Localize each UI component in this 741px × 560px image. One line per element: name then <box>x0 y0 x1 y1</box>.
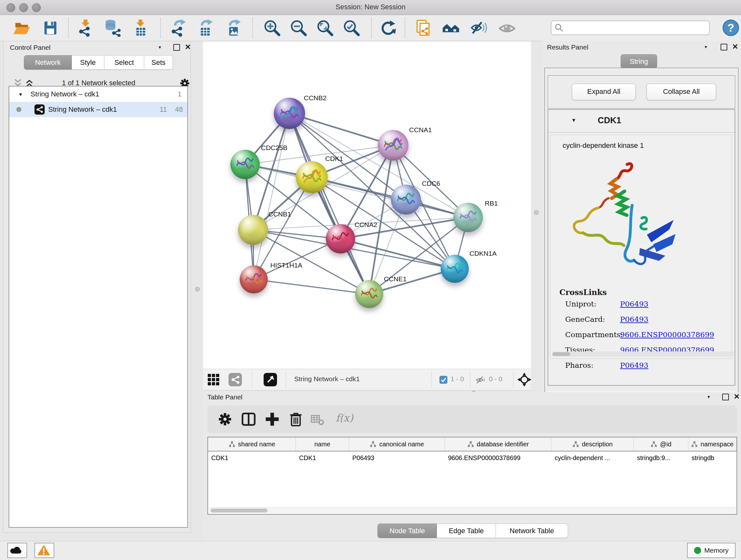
tab-network[interactable]: Network <box>24 55 72 70</box>
network-edge[interactable] <box>289 113 393 145</box>
network-node-cdk1[interactable] <box>296 161 328 193</box>
column-header--id[interactable]: @id <box>634 437 688 451</box>
tab-sets[interactable]: Sets <box>144 55 173 70</box>
grid-view-icon[interactable] <box>207 373 220 386</box>
node-label-ccna1: CCNA1 <box>409 126 432 134</box>
help-icon[interactable]: ? <box>722 19 740 37</box>
tab-string[interactable]: String <box>621 54 657 69</box>
show-icon[interactable] <box>498 19 516 37</box>
network-node-ccnb1[interactable] <box>238 215 268 245</box>
warning-status-button[interactable] <box>35 543 54 558</box>
table-options-gear-icon[interactable] <box>216 411 233 428</box>
section-collapse-arrow-icon[interactable]: ▼ <box>571 118 576 123</box>
network-node-ccnb2[interactable] <box>274 98 305 129</box>
column-header-namespace[interactable]: namespace <box>688 437 737 451</box>
network-node-ccna2[interactable] <box>326 224 355 253</box>
results-panel-close-icon[interactable]: ✕ <box>732 43 738 51</box>
string-results-card: Expand All Collapse All ▼ CDK1 cyclin-de… <box>544 68 738 393</box>
crosslinks-title: CrossLinks <box>559 288 607 297</box>
birds-eye-view-icon[interactable] <box>264 373 277 386</box>
collapse-all-button[interactable]: Collapse All <box>647 84 716 100</box>
control-panel-float-icon[interactable]: ▾ <box>158 44 161 50</box>
search-icon <box>555 23 563 32</box>
results-panel-float-icon[interactable]: ▾ <box>704 44 707 50</box>
fit-selected-crosshair-icon[interactable] <box>517 372 532 387</box>
refresh-icon[interactable] <box>379 19 397 37</box>
tab-node-table[interactable]: Node Table <box>378 523 437 538</box>
network-node-cdc6[interactable] <box>391 185 421 214</box>
network-tree-root-row[interactable]: ▼ String Network – cdk1 1 <box>9 86 187 102</box>
create-column-icon[interactable] <box>264 411 281 428</box>
network-node-cdkn1a[interactable] <box>441 255 469 283</box>
zoom-selected-icon[interactable] <box>342 19 360 37</box>
table-panel-undock-icon[interactable] <box>722 394 729 400</box>
export-table-icon[interactable] <box>196 19 214 37</box>
table-panel-close-icon[interactable]: ✕ <box>734 393 740 400</box>
save-session-icon[interactable] <box>42 19 59 37</box>
current-network-title: String Network – cdk1 <box>294 375 360 383</box>
network-edge[interactable] <box>312 177 468 217</box>
table-hscrollbar[interactable] <box>209 507 736 513</box>
open-session-icon[interactable] <box>13 19 30 37</box>
export-image-icon[interactable] <box>224 19 242 37</box>
zoom-in-icon[interactable] <box>263 19 281 37</box>
memory-button[interactable]: Memory <box>687 543 736 558</box>
tab-select[interactable]: Select <box>105 55 144 70</box>
network-edge[interactable] <box>254 113 289 279</box>
import-network-icon[interactable] <box>77 19 94 37</box>
tree-expand-arrow-icon[interactable]: ▼ <box>18 91 23 97</box>
network-tree-child-row[interactable]: String Network – cdk1 11 48 <box>9 102 187 117</box>
zoom-fit-icon[interactable] <box>316 19 334 37</box>
selected-checkbox-icon[interactable] <box>439 375 448 384</box>
string-compartments-icon[interactable] <box>442 19 460 37</box>
results-hscroll-thumb[interactable] <box>552 352 570 356</box>
import-table-icon[interactable] <box>131 19 149 37</box>
table-row[interactable]: CDK1CDK1P064939606.ENSP00000378699cyclin… <box>208 451 737 464</box>
column-header-database-identifier[interactable]: database identifier <box>445 437 551 451</box>
column-header-shared-name[interactable]: shared name <box>208 437 296 451</box>
column-header-name[interactable]: name <box>296 437 349 451</box>
tab-network-table[interactable]: Network Table <box>496 523 568 538</box>
control-panel-close-icon[interactable]: ✕ <box>185 44 191 51</box>
zoom-out-icon[interactable] <box>289 19 307 37</box>
column-header-description[interactable]: description <box>551 437 634 451</box>
crosslink-value-link[interactable]: P06493 <box>620 361 649 369</box>
network-view-icon[interactable] <box>228 373 242 386</box>
network-canvas[interactable]: CCNB2CCNA1CDC25BCDK1CDC6RB1CCNB1CCNA2CDK… <box>203 42 531 369</box>
network-node-ccna1[interactable] <box>378 130 408 161</box>
search-input[interactable] <box>551 20 710 35</box>
string-import-icon[interactable] <box>415 19 433 37</box>
network-node-ccne1[interactable] <box>355 280 383 308</box>
export-network-icon[interactable] <box>169 19 187 37</box>
hidden-eye-slash-icon[interactable] <box>475 374 486 385</box>
crosslink-value-link[interactable]: P06493 <box>620 300 649 308</box>
delete-table-icon[interactable] <box>310 411 325 428</box>
tab-style[interactable]: Style <box>72 55 105 70</box>
show-columns-icon[interactable] <box>240 411 257 428</box>
delete-column-trash-icon[interactable] <box>287 411 305 428</box>
column-header-canonical-name[interactable]: canonical name <box>349 437 445 451</box>
results-panel-title: Results Panel <box>547 44 589 51</box>
crosslink-value-link[interactable]: 9606.ENSP00000378699 <box>620 330 714 339</box>
network-edge[interactable] <box>340 239 455 269</box>
tab-edge-table[interactable]: Edge Table <box>437 523 496 538</box>
hide-unhide-icon[interactable] <box>470 19 488 37</box>
table-hscroll-thumb[interactable] <box>211 509 267 512</box>
control-panel-undock-icon[interactable] <box>173 44 180 51</box>
network-edge[interactable] <box>254 279 369 294</box>
network-node-cdc25b[interactable] <box>230 150 260 179</box>
results-hscrollbar[interactable] <box>552 352 734 357</box>
import-database-icon[interactable] <box>104 19 121 37</box>
network-node-hist1h1a[interactable] <box>240 265 268 294</box>
network-node-rb1[interactable] <box>454 203 483 232</box>
right-splitter-handle[interactable] <box>534 210 539 215</box>
column-network-icon <box>228 441 235 448</box>
crosslink-value-link[interactable]: P06493 <box>620 315 649 323</box>
gene-section-header[interactable]: ▼ CDK1 <box>548 110 735 132</box>
results-panel-undock-icon[interactable] <box>721 44 727 51</box>
cloud-status-button[interactable] <box>7 543 27 558</box>
expand-all-button[interactable]: Expand All <box>572 84 636 100</box>
table-panel-float-icon[interactable]: ▾ <box>708 394 710 400</box>
function-builder-icon[interactable]: f(x) <box>336 412 353 424</box>
left-splitter-handle[interactable] <box>195 287 200 292</box>
